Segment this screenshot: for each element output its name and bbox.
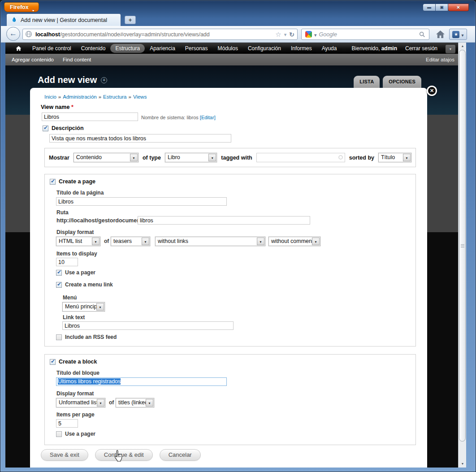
reload-icon[interactable] xyxy=(289,31,294,38)
rss-checkbox[interactable] xyxy=(56,334,62,340)
bookmarks-button[interactable] xyxy=(449,29,467,40)
url-path: /gestordocumental/node#overlay=admin/str… xyxy=(60,31,210,38)
admin-menu-contenido[interactable]: Contenido xyxy=(76,44,111,53)
menu-link-checkbox[interactable] xyxy=(56,282,62,288)
page-pager-checkbox-row[interactable]: Use a pager xyxy=(56,269,95,276)
items-per-page-input[interactable] xyxy=(56,419,78,428)
save-exit-button[interactable]: Save & exit xyxy=(41,449,88,461)
page-pager-checkbox[interactable] xyxy=(56,270,62,276)
firefox-menu-button[interactable]: Firefox ▼ xyxy=(4,2,39,12)
search-engine-dropdown-icon[interactable] xyxy=(314,30,317,39)
bookmark-star-icon[interactable] xyxy=(275,30,281,39)
create-block-checkbox-row[interactable]: Create a block xyxy=(50,359,97,365)
sort-select[interactable]: Título xyxy=(378,153,411,162)
admin-menu-informes[interactable]: Informes xyxy=(286,44,317,53)
page-comments-select[interactable]: without comments xyxy=(268,237,320,246)
breadcrumb: Inicio»Administración»Estructura»Views xyxy=(44,94,147,100)
search-bar[interactable]: Google xyxy=(301,29,429,40)
tab-opciones[interactable]: OPCIONES xyxy=(383,76,421,88)
minimize-button[interactable]: ▬ xyxy=(423,4,436,11)
block-pager-checkbox[interactable] xyxy=(56,431,62,437)
items-per-page-label: Items per page xyxy=(56,411,95,418)
url-host: localhost xyxy=(35,31,60,38)
page-pager-label: Use a pager xyxy=(65,269,95,276)
back-button[interactable]: ← xyxy=(6,27,20,41)
required-asterisk: * xyxy=(71,104,74,110)
breadcrumb-inicio[interactable]: Inicio xyxy=(44,94,56,100)
drupal-admin-toolbar: Panel de control Contenido Estructura Ap… xyxy=(5,43,466,54)
maximize-button[interactable]: ▣ xyxy=(436,4,448,11)
items-to-display-input[interactable] xyxy=(56,258,78,266)
page-format-select[interactable]: HTML list xyxy=(56,237,100,246)
admin-menu-apariencia[interactable]: Apariencia xyxy=(145,44,180,53)
edit-shortcuts-link[interactable]: Editar atajos xyxy=(426,57,454,62)
description-input[interactable] xyxy=(49,134,231,143)
type-select[interactable]: Libro xyxy=(165,153,217,162)
overlay-close-button[interactable] xyxy=(427,86,437,96)
menu-link-checkbox-row[interactable]: Create a menu link xyxy=(56,281,113,288)
toolbar-toggle-button[interactable] xyxy=(446,45,455,53)
block-pager-checkbox-row[interactable]: Use a pager xyxy=(56,431,95,437)
menu-select[interactable]: Menú principal xyxy=(62,302,105,312)
vertical-scrollbar[interactable] xyxy=(458,43,466,468)
rss-checkbox-row[interactable]: Include an RSS feed xyxy=(56,334,117,340)
machine-name-edit-link[interactable]: [Editar] xyxy=(200,115,216,120)
shortcut-find-content[interactable]: Find content xyxy=(63,57,91,62)
admin-menu-configuracion[interactable]: Configuración xyxy=(243,44,286,53)
scroll-down-arrow-icon[interactable] xyxy=(459,460,466,468)
create-page-checkbox[interactable] xyxy=(50,179,56,185)
create-block-label: Create a block xyxy=(59,359,97,365)
logout-link[interactable]: Cerrar sesión xyxy=(405,45,437,52)
search-icon[interactable] xyxy=(419,31,425,38)
tagged-with-input[interactable] xyxy=(256,153,345,162)
site-identity-globe-icon[interactable] xyxy=(25,30,32,38)
block-title-input[interactable]: Últimos libros registrados xyxy=(56,377,227,386)
close-window-button[interactable]: ✕ xyxy=(448,4,469,11)
breadcrumb-views[interactable]: Views xyxy=(133,94,147,100)
contextual-help-icon[interactable] xyxy=(101,77,107,83)
admin-menu-ayuda[interactable]: Ayuda xyxy=(317,44,342,53)
view-name-input[interactable] xyxy=(42,113,138,121)
search-engine-icon[interactable] xyxy=(305,31,312,38)
drupal-favicon-icon xyxy=(11,17,17,23)
admin-menu-personas[interactable]: Personas xyxy=(180,44,213,53)
admin-menu-modulos[interactable]: Módulos xyxy=(213,44,243,53)
show-select[interactable]: Contenido xyxy=(74,153,138,162)
block-row-style-select[interactable]: titles (linked) xyxy=(116,398,154,407)
link-text-input[interactable] xyxy=(62,321,234,330)
scrollbar-thumb[interactable] xyxy=(459,50,466,442)
path-input[interactable] xyxy=(138,216,310,225)
welcome-text: Bienvenido, admin xyxy=(352,45,397,52)
breadcrumb-estructura[interactable]: Estructura xyxy=(103,94,126,100)
browser-window: Firefox ▼ ▬ ▣ ✕ Add new view | Gestor do… xyxy=(0,0,476,472)
block-pager-label: Use a pager xyxy=(65,431,95,437)
page-links-select[interactable]: without links xyxy=(155,237,265,246)
create-page-checkbox-row[interactable]: Create a page xyxy=(50,178,95,185)
admin-menu-panel-de-control[interactable]: Panel de control xyxy=(27,44,76,53)
url-bar[interactable]: localhost/gestordocumental/node#overlay=… xyxy=(22,29,298,40)
continue-edit-button[interactable]: Continue & edit xyxy=(95,449,153,461)
url-dropdown-icon[interactable] xyxy=(284,31,287,38)
cancel-button[interactable]: Cancelar xyxy=(160,449,201,461)
bookmarks-dropdown-icon xyxy=(461,30,463,39)
home-button[interactable] xyxy=(436,30,445,39)
page-row-style-select[interactable]: teasers xyxy=(111,237,150,246)
page-title-input[interactable] xyxy=(56,197,227,206)
admin-menu-estructura[interactable]: Estructura xyxy=(110,44,145,53)
shortcut-agregar-contenido[interactable]: Agregar contenido xyxy=(12,57,54,62)
create-block-checkbox[interactable] xyxy=(50,359,56,365)
machine-name-text: Nombre de sistema: libros [Editar] xyxy=(141,115,216,120)
breadcrumb-administracion[interactable]: Administración xyxy=(63,94,96,100)
block-format-select[interactable]: Unformatted list xyxy=(56,398,105,407)
description-checkbox[interactable] xyxy=(43,126,48,131)
mouse-cursor-icon xyxy=(113,450,124,463)
browser-tab[interactable]: Add new view | Gestor documental xyxy=(6,13,121,26)
description-checkbox-row[interactable]: Descripción xyxy=(43,125,84,131)
menu-link-label: Create a menu link xyxy=(65,281,113,288)
scroll-up-arrow-icon[interactable] xyxy=(459,43,466,50)
window-controls: ▬ ▣ ✕ xyxy=(423,4,469,11)
admin-home-icon[interactable] xyxy=(11,44,26,52)
tab-lista[interactable]: LISTA xyxy=(354,76,380,88)
new-tab-button[interactable]: + xyxy=(125,16,136,24)
show-settings-fieldset: Mostrar Contenido of type Libro tagged w… xyxy=(44,148,416,167)
